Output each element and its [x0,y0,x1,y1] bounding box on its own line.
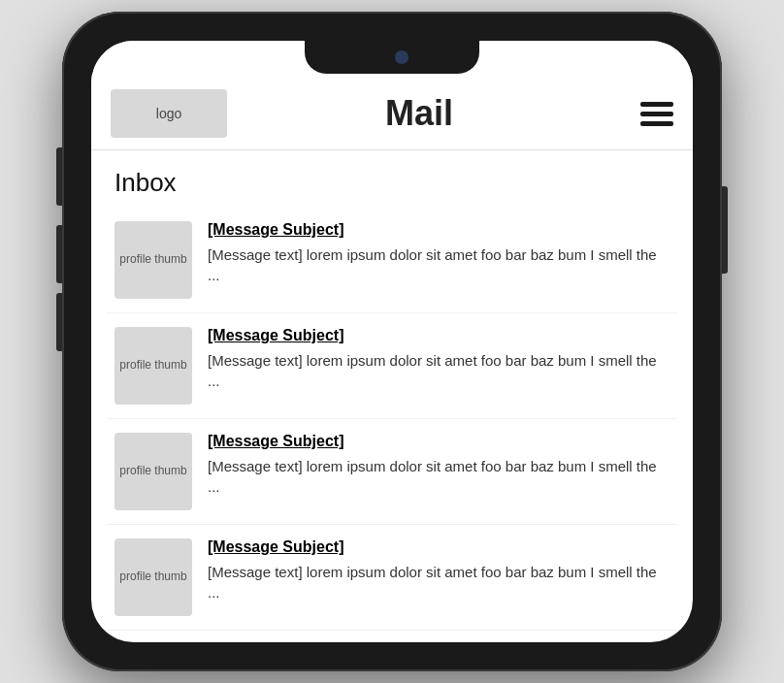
message-subject: [Message Subject] [208,538,670,556]
message-content: [Message Subject][Message text] lorem ip… [208,221,670,285]
messages-list: profile thumb[Message Subject][Message t… [91,208,693,642]
inbox-heading: Inbox [91,150,693,208]
message-subject: [Message Subject] [208,221,670,239]
message-item[interactable]: profile thumb[Message Subject][Message t… [107,313,677,419]
message-content: [Message Subject][Message text] lorem ip… [208,433,670,497]
profile-thumb: profile thumb [114,433,192,510]
message-preview: [Message text] lorem ipsum dolor sit ame… [208,562,670,602]
camera-dot [395,50,408,64]
message-content: [Message Subject][Message text] lorem ip… [208,538,670,602]
message-content: [Message Subject][Message text] lorem ip… [208,327,670,391]
message-preview: [Message text] lorem ipsum dolor sit ame… [208,350,670,391]
message-item[interactable]: profile thumb[Message Subject][Message t… [107,631,677,642]
phone-frame: logo Mail Inbox profile thumb[Message Su… [62,12,722,671]
hamburger-line-1 [640,102,673,107]
hamburger-menu-button[interactable] [640,102,673,126]
message-preview: [Message text] lorem ipsum dolor sit ame… [208,456,670,497]
app-title: Mail [198,93,640,134]
message-item[interactable]: profile thumb[Message Subject][Message t… [107,419,677,525]
phone-screen: logo Mail Inbox profile thumb[Message Su… [91,41,693,642]
notch [305,41,479,74]
profile-thumb: profile thumb [114,327,192,405]
message-item[interactable]: profile thumb[Message Subject][Message t… [107,525,677,631]
hamburger-line-2 [640,112,673,116]
message-subject: [Message Subject] [208,327,670,344]
message-preview: [Message text] lorem ipsum dolor sit ame… [208,244,670,285]
hamburger-line-3 [640,121,673,126]
profile-thumb: profile thumb [114,221,192,299]
profile-thumb: profile thumb [114,538,192,616]
message-item[interactable]: profile thumb[Message Subject][Message t… [107,208,677,313]
message-subject: [Message Subject] [208,433,670,450]
